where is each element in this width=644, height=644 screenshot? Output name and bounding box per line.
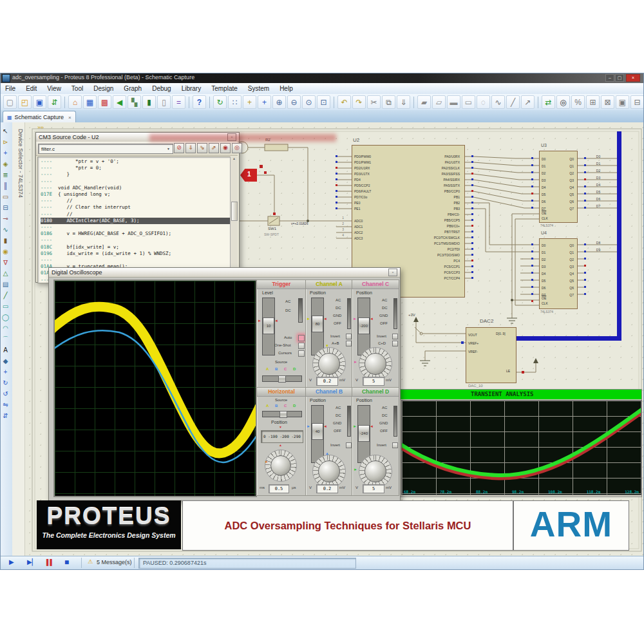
ac-label[interactable]: AC bbox=[382, 298, 387, 302]
toolbar-icon[interactable]: ◎ bbox=[556, 95, 570, 109]
mode-tool-icon[interactable]: ▭ bbox=[0, 301, 11, 312]
toolbar-icon[interactable]: % bbox=[571, 95, 585, 109]
toolbar-icon[interactable]: ⇄ bbox=[542, 95, 555, 109]
mode-tool-icon[interactable]: ⌒ bbox=[0, 334, 11, 345]
step-button[interactable]: ▶▏ bbox=[27, 558, 37, 565]
channel-d-thumb[interactable]: -240 bbox=[358, 425, 370, 442]
toolbar-icon[interactable]: ▣ bbox=[616, 95, 629, 109]
menu-item[interactable]: Debug bbox=[147, 83, 176, 94]
menu-item[interactable]: Library bbox=[176, 83, 207, 94]
source-b[interactable]: B bbox=[275, 367, 278, 371]
menu-item[interactable]: System bbox=[243, 83, 274, 94]
mode-tool-icon[interactable]: ╱ bbox=[0, 290, 11, 301]
cursors-button[interactable] bbox=[298, 350, 305, 357]
ac-label[interactable]: AC bbox=[336, 406, 341, 410]
toolbar-icon[interactable]: ▰ bbox=[417, 95, 431, 109]
off-label[interactable]: OFF bbox=[334, 321, 341, 325]
menu-item[interactable]: Tool bbox=[66, 83, 88, 94]
toolbar-icon[interactable]: ⇵ bbox=[48, 95, 61, 109]
sum-button[interactable] bbox=[346, 341, 352, 346]
toolbar-icon[interactable]: ⌂ bbox=[68, 95, 82, 109]
debug-tool-button[interactable]: ◉ bbox=[220, 143, 231, 153]
dc-label[interactable]: DC bbox=[336, 306, 341, 310]
trigger-level-slider[interactable]: 10 bbox=[262, 298, 275, 355]
pause-button[interactable]: ▌▌ bbox=[46, 559, 53, 565]
mode-tool-icon[interactable]: ↺ bbox=[0, 388, 11, 399]
source-c[interactable]: C bbox=[284, 367, 287, 371]
toolbar-icon[interactable]: ▬ bbox=[447, 95, 460, 109]
toolbar-icon[interactable]: ◰ bbox=[18, 95, 32, 109]
ac-label[interactable]: AC bbox=[382, 406, 387, 410]
source-c[interactable]: C bbox=[284, 404, 287, 408]
menu-item[interactable]: View bbox=[42, 83, 66, 94]
device-selector-label[interactable]: Device Selector - 74LS374 bbox=[14, 129, 24, 341]
source-d[interactable]: D bbox=[293, 367, 296, 371]
play-button[interactable]: ▶ bbox=[9, 558, 14, 565]
scope-title-bar[interactable]: Digital Oscilloscope ▫ bbox=[49, 268, 400, 278]
toolbar-icon[interactable]: ▚ bbox=[128, 95, 141, 109]
trigger-level-thumb[interactable]: 10 bbox=[263, 317, 274, 334]
mode-tool-icon[interactable]: ⇵ bbox=[0, 410, 11, 421]
channel-c-gain-knob[interactable] bbox=[365, 353, 386, 375]
dc-label[interactable]: DC bbox=[382, 413, 388, 417]
toolbar-icon[interactable]: ⊠ bbox=[601, 95, 614, 109]
mode-tool-icon[interactable]: ↖ bbox=[0, 126, 11, 137]
debug-tool-button[interactable]: ◎ bbox=[232, 143, 242, 153]
invert-button[interactable] bbox=[392, 442, 398, 448]
toolbar-icon[interactable]: ∿ bbox=[491, 95, 505, 109]
mode-tool-icon[interactable]: △ bbox=[0, 268, 11, 279]
toolbar-icon[interactable]: ⊕ bbox=[272, 95, 286, 109]
debug-tool-button[interactable]: ⇘ bbox=[197, 143, 207, 153]
mode-tool-icon[interactable]: + bbox=[0, 366, 11, 377]
code-area[interactable]: ---- *ptr = v + '0';---- *ptr = 0;---- }… bbox=[37, 156, 233, 283]
invert-button[interactable] bbox=[392, 334, 398, 339]
mode-tool-icon[interactable]: ∿ bbox=[0, 224, 11, 235]
mode-tool-icon[interactable]: ▭ bbox=[0, 191, 11, 202]
trigger-hslider-thumb[interactable] bbox=[278, 375, 286, 383]
gnd-label[interactable]: GND bbox=[333, 421, 341, 425]
toolbar-icon[interactable]: = bbox=[172, 95, 185, 109]
mode-tool-icon[interactable]: ⊳ bbox=[0, 137, 11, 147]
dropdown-arrow-icon[interactable]: ▼ bbox=[167, 147, 170, 151]
horizontal-source-slider[interactable] bbox=[262, 411, 302, 417]
code-scrollbar[interactable]: ▲ ▼ bbox=[230, 156, 238, 281]
mode-tool-icon[interactable]: ◈ bbox=[0, 158, 11, 169]
toolbar-icon[interactable]: ⇓ bbox=[397, 95, 410, 109]
toolbar-icon[interactable]: ⊖ bbox=[287, 95, 301, 109]
gnd-label[interactable]: GND bbox=[379, 314, 388, 317]
source-a[interactable]: A bbox=[266, 404, 269, 408]
toolbar-icon[interactable]: ▯ bbox=[157, 95, 171, 109]
sum-button[interactable] bbox=[392, 341, 398, 346]
mode-tool-icon[interactable]: + bbox=[0, 147, 11, 158]
mode-tool-icon[interactable]: ∇ bbox=[0, 257, 11, 268]
mode-tool-icon[interactable]: ▮ bbox=[0, 235, 11, 246]
toolbar-icon[interactable]: ▩ bbox=[98, 95, 111, 109]
channel-d-gain-knob[interactable] bbox=[365, 460, 386, 482]
off-label[interactable]: OFF bbox=[334, 429, 341, 433]
stop-button[interactable]: ■ bbox=[64, 558, 69, 567]
debug-tool-button[interactable]: ⇗ bbox=[209, 143, 219, 153]
scroll-thumb[interactable] bbox=[231, 202, 238, 221]
mode-tool-icon[interactable]: ◆ bbox=[0, 355, 11, 366]
scroll-up-arrow[interactable]: ▲ bbox=[231, 156, 238, 160]
toolbar-icon[interactable]: ↻ bbox=[213, 95, 227, 109]
toolbar-icon[interactable]: ▭ bbox=[462, 95, 475, 109]
auto-button[interactable] bbox=[298, 335, 305, 341]
channel-a-position-slider[interactable]: 80 bbox=[311, 298, 324, 355]
menu-item[interactable]: Design bbox=[88, 83, 118, 94]
source-b[interactable]: B bbox=[275, 404, 278, 408]
minimize-button[interactable]: – bbox=[605, 74, 614, 82]
dc-label[interactable]: DC bbox=[336, 413, 341, 417]
help-icon[interactable]: ? bbox=[193, 95, 206, 109]
mode-tool-icon[interactable]: ◉ bbox=[0, 246, 11, 257]
source-file-select[interactable]: filter.c ▼ bbox=[38, 144, 173, 154]
mode-tool-icon[interactable]: ↻ bbox=[0, 377, 11, 388]
channel-b-position-slider[interactable]: 40 bbox=[311, 405, 324, 463]
menu-item[interactable]: Graph bbox=[118, 83, 147, 94]
toolbar-icon[interactable]: ✂ bbox=[367, 95, 381, 109]
invert-button[interactable] bbox=[346, 334, 352, 339]
channel-a-gain-knob[interactable] bbox=[318, 353, 340, 375]
mode-tool-icon[interactable]: ⊟ bbox=[0, 202, 11, 213]
mode-tool-icon[interactable]: A bbox=[0, 345, 11, 355]
menu-item[interactable]: Help bbox=[274, 83, 298, 94]
